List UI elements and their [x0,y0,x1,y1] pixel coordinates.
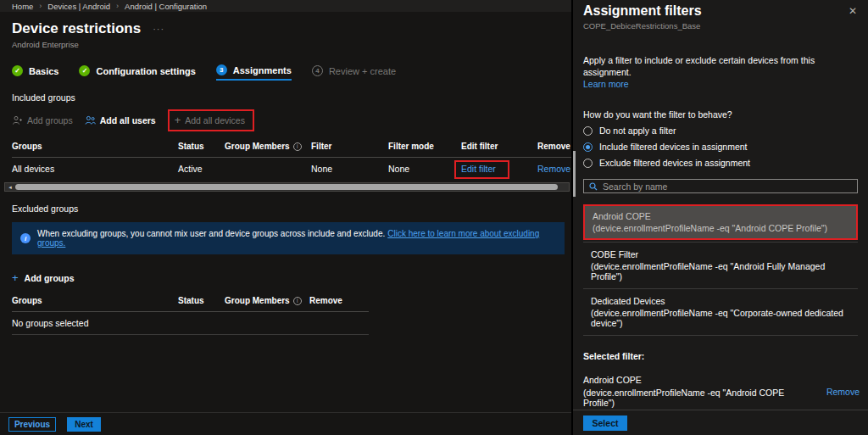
step-number-icon: 3 [216,64,227,75]
divider [583,288,858,289]
breadcrumb-home[interactable]: Home [12,2,33,11]
selected-filter-info: Android COPE (device.enrollmentProfileNa… [583,375,818,408]
add-all-devices-button[interactable]: + Add all devices [175,114,245,126]
remove-link[interactable]: Remove [537,164,570,174]
close-icon[interactable]: ✕ [849,5,857,17]
row-filter-mode: None [388,158,461,180]
included-table-header: Groups Status Group Membersi Filter Filt… [12,137,571,158]
col-group-members: Group Membersi [225,137,311,157]
radio-icon [583,126,593,136]
selected-filter-row: Android COPE (device.enrollmentProfileNa… [583,375,860,408]
radio-do-not-apply-label: Do not apply a filter [599,125,676,136]
radio-exclude-filtered[interactable]: Exclude filtered devices in assignment [583,158,858,168]
panel-title: Assignment filters [583,3,858,19]
divider [583,335,858,336]
tab-basics[interactable]: ✓ Basics [12,65,58,80]
chevron-right-icon: › [116,2,119,10]
filter-rule: (device.enrollmentProfileName -eq "Andro… [591,261,850,282]
col-remove: Remove [309,291,369,311]
scrollbar-thumb[interactable] [15,184,558,190]
tab-assignments-label: Assignments [233,65,292,75]
panel-footer: Select [573,410,868,435]
row-group-name: All devices [12,158,178,180]
breadcrumb-devices-android[interactable]: Devices | Android [47,2,110,11]
filter-item-android-cope[interactable]: Android COPE (device.enrollmentProfileNa… [583,204,858,240]
excluded-add-groups-button[interactable]: + Add groups [12,271,571,284]
intune-portal: Home › Devices | Android › Android | Con… [0,0,868,435]
panel-scrollbar-thumb[interactable] [573,151,576,197]
filter-behavior-question: How do you want the filter to behave? [583,109,858,120]
previous-button[interactable]: Previous [8,417,56,432]
breadcrumb: Home › Devices | Android › Android | Con… [0,0,571,12]
included-groups-heading: Included groups [12,92,571,103]
filter-item-dedicated-devices[interactable]: Dedicated Devices (device.enrollmentProf… [583,291,858,333]
learn-more-link[interactable]: Learn more [583,79,629,89]
col-filter: Filter [311,137,388,157]
radio-checked-icon [583,142,593,152]
row-status: Active [178,158,225,180]
selected-filter-heading: Selected filter: [583,351,860,361]
radio-do-not-apply[interactable]: Do not apply a filter [583,125,858,136]
check-icon: ✓ [79,65,90,76]
info-icon: i [293,297,302,305]
chevron-right-icon: › [39,2,42,10]
panel-description: Apply a filter to include or exclude cer… [583,54,858,78]
excluded-table-header: Groups Status Group Membersi Remove [12,291,369,312]
assignment-filters-panel: ✕ Assignment filters COPE_DebiceRestrict… [573,0,868,435]
add-all-users-button[interactable]: Add all users [85,115,156,125]
page-title: Device restrictions [12,20,141,37]
filter-name: Dedicated Devices [591,296,850,306]
row-group-members [225,158,311,180]
info-banner-text: When excluding groups, you cannot mix us… [37,229,556,248]
no-groups-selected-text: No groups selected [12,312,369,334]
tab-basics-label: Basics [29,66,58,76]
filter-name: COBE Filter [591,249,850,259]
person-add-icon [12,115,23,125]
tab-review-create-label: Review + create [329,66,396,76]
filter-list: Android COPE (device.enrollmentProfileNa… [583,204,858,336]
radio-icon [583,159,593,168]
info-icon: i [293,142,302,151]
search-icon [589,182,598,191]
step-number-icon: 4 [312,65,323,76]
info-banner: i When excluding groups, you cannot mix … [12,222,565,254]
selected-filter-remove-link[interactable]: Remove [826,387,860,397]
included-table-row: All devices Active None None Edit filter… [12,158,571,180]
breadcrumb-android-configuration[interactable]: Android | Configuration [125,2,207,11]
filter-rule: (device.enrollmentProfileName -eq "Corpo… [591,308,850,328]
divider [583,242,858,243]
add-all-users-label: Add all users [100,115,156,125]
add-all-devices-label: Add all devices [185,115,245,125]
edit-filter-link[interactable]: Edit filter [461,164,496,174]
excluded-groups-heading: Excluded groups [12,204,571,214]
col-groups: Groups [12,291,178,311]
radio-exclude-filtered-label: Exclude filtered devices in assignment [599,158,750,168]
select-button[interactable]: Select [583,415,627,431]
excluded-table-empty-row: No groups selected [12,312,369,335]
plus-icon: + [12,271,19,284]
people-icon [85,115,96,125]
filter-rule: (device.enrollmentProfileName -eq "Andro… [593,223,849,233]
tab-review-create[interactable]: 4 Review + create [312,65,396,80]
excluded-add-groups-label: Add groups [25,273,75,283]
col-groups: Groups [12,137,178,157]
more-options-icon[interactable]: ··· [153,24,164,34]
horizontal-scrollbar[interactable]: ◂ [4,182,570,192]
selected-filter-section: Selected filter: Android COPE (device.en… [583,351,860,408]
tab-configuration-settings[interactable]: ✓ Configuration settings [79,65,195,80]
add-groups-button[interactable]: Add groups [12,115,73,125]
selected-filter-name: Android COPE [583,375,818,385]
filter-search-box[interactable] [583,179,858,193]
radio-include-filtered[interactable]: Include filtered devices in assignment [583,142,858,152]
col-remove: Remove [537,137,575,157]
add-groups-label: Add groups [27,115,73,125]
filter-item-cobe-filter[interactable]: COBE Filter (device.enrollmentProfileNam… [583,244,858,287]
scroll-left-arrow-icon[interactable]: ◂ [6,183,14,191]
annotation-red-box-add-all-devices: + Add all devices [168,109,254,131]
next-button[interactable]: Next [67,417,101,432]
tab-configuration-settings-label: Configuration settings [96,66,195,76]
search-input[interactable] [603,181,852,192]
tab-assignments[interactable]: 3 Assignments [216,64,292,81]
info-icon: i [20,233,31,243]
col-status: Status [178,291,225,311]
